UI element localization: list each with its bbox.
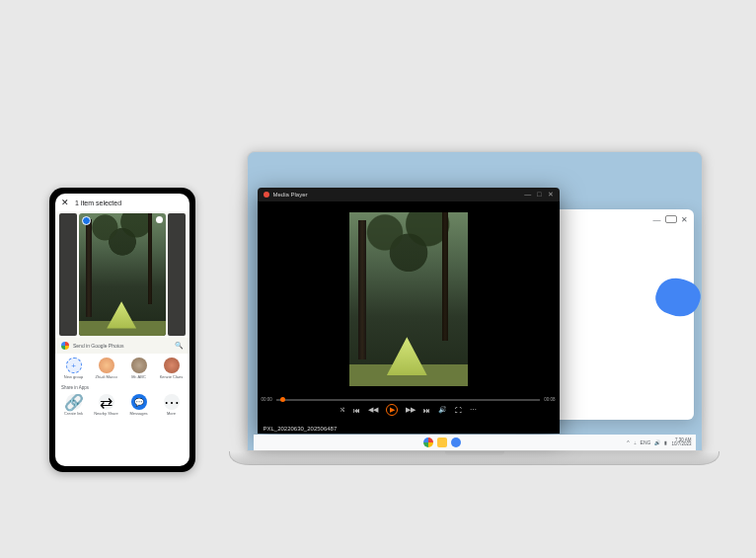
volume-tray-icon[interactable]: 🔊 xyxy=(654,439,660,445)
forward-icon[interactable]: ▶▶ xyxy=(406,406,416,414)
deselect-icon[interactable] xyxy=(156,216,163,223)
language-indicator[interactable]: ENG xyxy=(641,439,651,445)
contact-item[interactable]: Mr. ABC xyxy=(126,358,152,379)
share-sheet-header: ✕ 1 item selected xyxy=(55,194,189,211)
nearby-share-taskbar-icon[interactable] xyxy=(451,438,461,447)
avatar xyxy=(131,358,147,373)
contact-item[interactable]: Kenzie Claes xyxy=(159,358,185,379)
shuffle-icon[interactable]: ⤭ xyxy=(340,406,345,414)
more-icon: ⋯ xyxy=(164,394,180,410)
nearby-share-icon: ⇄ xyxy=(99,394,114,410)
taskbar-pinned xyxy=(423,438,461,447)
messages-icon: 💬 xyxy=(131,394,147,410)
prev-icon[interactable]: ⏮ xyxy=(353,407,360,414)
app-icon xyxy=(264,192,269,198)
share-apps-row: 🔗 Create link ⇄ Nearby Share 💬 Messages … xyxy=(55,392,189,420)
volume-icon[interactable]: 🔊 xyxy=(438,406,447,414)
wifi-icon[interactable]: ⏚ xyxy=(634,439,637,445)
fullscreen-icon[interactable]: ⛶ xyxy=(455,407,462,414)
next-icon[interactable]: ⏭ xyxy=(423,407,430,414)
seek-thumb[interactable] xyxy=(280,397,285,402)
device-icon xyxy=(665,215,677,223)
time-elapsed: 00:00 xyxy=(262,397,272,402)
avatar xyxy=(99,358,114,373)
media-player-titlebar: Media Player — □ ✕ xyxy=(258,188,560,201)
media-player-window[interactable]: Media Player — □ ✕ 00:00 00:08 ⤭ ⏮ xyxy=(258,188,560,434)
phone-screen: ✕ 1 item selected Send in Google Photos … xyxy=(55,194,189,466)
close-icon[interactable]: ✕ xyxy=(61,198,69,207)
thumbnail-selected[interactable] xyxy=(79,213,166,336)
google-photos-icon xyxy=(61,342,69,350)
send-in-photos-label: Send in Google Photos xyxy=(73,343,123,349)
seek-bar[interactable] xyxy=(276,399,540,401)
maximize-icon[interactable]: □ xyxy=(537,191,541,199)
chevron-up-icon[interactable]: ^ xyxy=(627,439,629,445)
send-in-photos-row[interactable]: Send in Google Photos 🔍 xyxy=(55,338,189,354)
laptop-device: — ✕ Receive s to send Select folders Med… xyxy=(229,151,719,465)
selected-check-icon xyxy=(82,216,91,225)
app-more[interactable]: ⋯ More xyxy=(159,394,185,416)
file-explorer-icon[interactable] xyxy=(437,438,447,447)
search-icon[interactable]: 🔍 xyxy=(175,342,184,350)
thumbnail-prev[interactable] xyxy=(59,213,77,336)
contact-label: Mr. ABC xyxy=(131,374,146,379)
player-controls: 00:00 00:08 ⤭ ⏮ ◀◀ ▶ ▶▶ ⏭ 🔊 ⛶ ⋯ xyxy=(258,396,560,424)
system-tray[interactable]: ^ ⏚ ENG 🔊 ▮ 7.30 AM 10/7/2023 xyxy=(627,438,691,447)
laptop-base xyxy=(229,451,719,465)
thumbnail-next[interactable] xyxy=(168,213,186,336)
window-title: Media Player xyxy=(273,192,308,198)
windows-taskbar[interactable]: ^ ⏚ ENG 🔊 ▮ 7.30 AM 10/7/2023 xyxy=(254,435,696,450)
filename-label: PXL_20220630_202506487 xyxy=(258,424,560,434)
contact-label: New group xyxy=(64,374,83,379)
battery-icon[interactable]: ▮ xyxy=(664,439,667,445)
avatar xyxy=(164,358,180,373)
app-messages[interactable]: 💬 Messages xyxy=(126,394,152,416)
nearby-share-artwork xyxy=(650,273,704,323)
close-icon[interactable]: ✕ xyxy=(681,215,688,224)
contact-label: Kenzie Claes xyxy=(160,374,184,379)
more-icon[interactable]: ⋯ xyxy=(470,406,477,414)
rewind-icon[interactable]: ◀◀ xyxy=(368,406,378,414)
video-canvas[interactable] xyxy=(258,201,560,396)
minimize-icon[interactable]: — xyxy=(653,215,661,224)
close-icon[interactable]: ✕ xyxy=(548,191,554,199)
desktop: — ✕ Receive s to send Select folders Med… xyxy=(247,151,703,451)
media-thumbnails xyxy=(55,211,189,338)
app-create-link[interactable]: 🔗 Create link xyxy=(61,394,87,416)
clock[interactable]: 7.30 AM 10/7/2023 xyxy=(671,438,691,447)
minimize-icon[interactable]: — xyxy=(524,191,531,199)
contact-item[interactable]: Zhi-di Marco xyxy=(94,358,119,379)
video-frame xyxy=(349,212,468,386)
time-total: 00:08 xyxy=(544,397,555,402)
app-nearby-share[interactable]: ⇄ Nearby Share xyxy=(94,394,119,416)
play-button[interactable]: ▶ xyxy=(386,404,398,416)
contact-new-group[interactable]: + New group xyxy=(61,358,87,379)
header-title: 1 item selected xyxy=(75,199,121,206)
contact-label: Zhi-di Marco xyxy=(95,374,116,379)
share-apps-label: Share in Apps xyxy=(55,383,189,392)
link-icon: 🔗 xyxy=(66,394,82,410)
phone-device: ✕ 1 item selected Send in Google Photos … xyxy=(49,188,195,472)
contacts-row: + New group Zhi-di Marco Mr. ABC Kenzie … xyxy=(55,354,189,383)
chrome-icon[interactable] xyxy=(423,438,433,447)
plus-icon: + xyxy=(66,358,82,373)
